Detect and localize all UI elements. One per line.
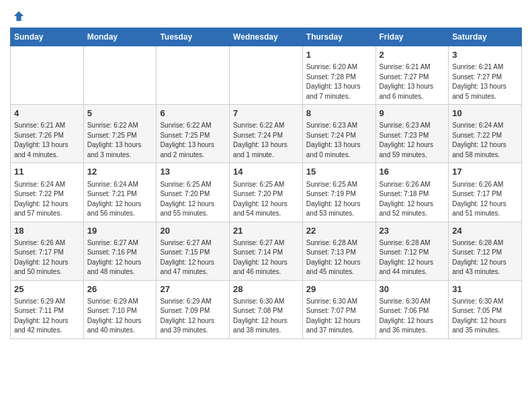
day-info: Sunrise: 6:28 AM Sunset: 7:13 PM Dayligh… bbox=[306, 238, 372, 277]
calendar-cell: 18Sunrise: 6:26 AM Sunset: 7:17 PM Dayli… bbox=[11, 222, 84, 280]
day-number: 23 bbox=[380, 225, 445, 237]
day-number: 24 bbox=[452, 225, 518, 237]
logo-icon bbox=[13, 10, 25, 22]
calendar-cell: 28Sunrise: 6:30 AM Sunset: 7:08 PM Dayli… bbox=[230, 280, 303, 338]
calendar-cell: 9Sunrise: 6:23 AM Sunset: 7:23 PM Daylig… bbox=[375, 105, 449, 163]
day-number: 19 bbox=[87, 225, 153, 237]
calendar-cell: 30Sunrise: 6:30 AM Sunset: 7:06 PM Dayli… bbox=[375, 280, 449, 338]
calendar-cell: 27Sunrise: 6:29 AM Sunset: 7:09 PM Dayli… bbox=[157, 280, 230, 338]
calendar-cell: 12Sunrise: 6:24 AM Sunset: 7:21 PM Dayli… bbox=[83, 163, 157, 222]
calendar-cell: 31Sunrise: 6:30 AM Sunset: 7:05 PM Dayli… bbox=[449, 280, 522, 338]
day-number: 21 bbox=[233, 225, 299, 237]
day-number: 14 bbox=[233, 166, 299, 178]
calendar-cell: 1Sunrise: 6:20 AM Sunset: 7:28 PM Daylig… bbox=[302, 46, 375, 105]
day-number: 1 bbox=[306, 49, 372, 61]
day-header-wednesday: Wednesday bbox=[230, 28, 303, 46]
day-number: 20 bbox=[160, 225, 226, 237]
calendar-cell: 6Sunrise: 6:22 AM Sunset: 7:25 PM Daylig… bbox=[157, 105, 230, 163]
calendar-week-row: 25Sunrise: 6:29 AM Sunset: 7:11 PM Dayli… bbox=[11, 280, 522, 338]
day-number: 11 bbox=[14, 166, 80, 178]
day-number: 3 bbox=[452, 49, 518, 61]
day-number: 12 bbox=[87, 166, 153, 178]
calendar-cell: 29Sunrise: 6:30 AM Sunset: 7:07 PM Dayli… bbox=[302, 280, 375, 338]
calendar-cell: 2Sunrise: 6:21 AM Sunset: 7:27 PM Daylig… bbox=[375, 46, 449, 105]
calendar-week-row: 4Sunrise: 6:21 AM Sunset: 7:26 PM Daylig… bbox=[11, 105, 522, 163]
day-header-monday: Monday bbox=[83, 28, 157, 46]
day-header-friday: Friday bbox=[375, 28, 449, 46]
day-number: 8 bbox=[306, 107, 372, 120]
calendar-cell: 10Sunrise: 6:24 AM Sunset: 7:22 PM Dayli… bbox=[449, 105, 522, 163]
calendar-cell: 26Sunrise: 6:29 AM Sunset: 7:10 PM Dayli… bbox=[83, 280, 157, 338]
calendar-cell: 11Sunrise: 6:24 AM Sunset: 7:22 PM Dayli… bbox=[11, 163, 84, 222]
day-info: Sunrise: 6:27 AM Sunset: 7:16 PM Dayligh… bbox=[87, 238, 153, 277]
calendar-cell: 21Sunrise: 6:27 AM Sunset: 7:14 PM Dayli… bbox=[230, 222, 303, 280]
day-header-sunday: Sunday bbox=[11, 28, 84, 46]
day-info: Sunrise: 6:24 AM Sunset: 7:22 PM Dayligh… bbox=[452, 121, 518, 160]
day-number: 30 bbox=[380, 283, 445, 295]
calendar-week-row: 1Sunrise: 6:20 AM Sunset: 7:28 PM Daylig… bbox=[11, 46, 522, 105]
day-info: Sunrise: 6:20 AM Sunset: 7:28 PM Dayligh… bbox=[306, 62, 372, 101]
day-number: 18 bbox=[14, 225, 80, 237]
page-header bbox=[10, 7, 522, 22]
day-number: 29 bbox=[306, 283, 372, 295]
day-number: 16 bbox=[380, 166, 445, 178]
calendar-cell: 13Sunrise: 6:25 AM Sunset: 7:20 PM Dayli… bbox=[157, 163, 230, 222]
day-number: 22 bbox=[306, 225, 372, 237]
day-number: 9 bbox=[380, 107, 445, 120]
day-info: Sunrise: 6:22 AM Sunset: 7:25 PM Dayligh… bbox=[160, 121, 226, 160]
day-number: 15 bbox=[306, 166, 372, 178]
svg-marker-0 bbox=[14, 11, 24, 21]
day-info: Sunrise: 6:22 AM Sunset: 7:24 PM Dayligh… bbox=[233, 121, 299, 160]
calendar-week-row: 18Sunrise: 6:26 AM Sunset: 7:17 PM Dayli… bbox=[11, 222, 522, 280]
calendar-cell bbox=[230, 46, 303, 105]
day-number: 17 bbox=[452, 166, 518, 178]
day-info: Sunrise: 6:26 AM Sunset: 7:17 PM Dayligh… bbox=[14, 238, 80, 277]
calendar-cell: 25Sunrise: 6:29 AM Sunset: 7:11 PM Dayli… bbox=[11, 280, 84, 338]
day-info: Sunrise: 6:25 AM Sunset: 7:20 PM Dayligh… bbox=[233, 180, 299, 219]
calendar-cell: 16Sunrise: 6:26 AM Sunset: 7:18 PM Dayli… bbox=[375, 163, 449, 222]
day-number: 27 bbox=[160, 283, 226, 295]
day-number: 5 bbox=[87, 107, 153, 120]
calendar-cell: 8Sunrise: 6:23 AM Sunset: 7:24 PM Daylig… bbox=[302, 105, 375, 163]
calendar-body: 1Sunrise: 6:20 AM Sunset: 7:28 PM Daylig… bbox=[11, 46, 522, 339]
day-number: 28 bbox=[233, 283, 299, 295]
day-number: 7 bbox=[233, 107, 299, 120]
calendar-cell: 23Sunrise: 6:28 AM Sunset: 7:12 PM Dayli… bbox=[375, 222, 449, 280]
day-info: Sunrise: 6:25 AM Sunset: 7:19 PM Dayligh… bbox=[306, 180, 372, 219]
day-number: 31 bbox=[452, 283, 518, 295]
logo bbox=[10, 10, 25, 22]
day-number: 2 bbox=[380, 49, 445, 61]
day-info: Sunrise: 6:26 AM Sunset: 7:18 PM Dayligh… bbox=[380, 180, 445, 219]
day-number: 26 bbox=[87, 283, 153, 295]
day-info: Sunrise: 6:23 AM Sunset: 7:24 PM Dayligh… bbox=[306, 121, 372, 160]
day-number: 13 bbox=[160, 166, 226, 178]
day-info: Sunrise: 6:24 AM Sunset: 7:22 PM Dayligh… bbox=[14, 180, 80, 219]
calendar-cell: 4Sunrise: 6:21 AM Sunset: 7:26 PM Daylig… bbox=[11, 105, 84, 163]
day-info: Sunrise: 6:21 AM Sunset: 7:27 PM Dayligh… bbox=[452, 62, 518, 101]
calendar-table: SundayMondayTuesdayWednesdayThursdayFrid… bbox=[10, 28, 522, 339]
day-number: 25 bbox=[14, 283, 80, 295]
day-number: 10 bbox=[452, 107, 518, 120]
day-info: Sunrise: 6:23 AM Sunset: 7:23 PM Dayligh… bbox=[380, 121, 445, 160]
day-info: Sunrise: 6:21 AM Sunset: 7:27 PM Dayligh… bbox=[380, 62, 445, 101]
day-info: Sunrise: 6:30 AM Sunset: 7:06 PM Dayligh… bbox=[380, 297, 445, 336]
day-info: Sunrise: 6:22 AM Sunset: 7:25 PM Dayligh… bbox=[87, 121, 153, 160]
day-info: Sunrise: 6:28 AM Sunset: 7:12 PM Dayligh… bbox=[380, 238, 445, 277]
calendar-cell: 7Sunrise: 6:22 AM Sunset: 7:24 PM Daylig… bbox=[230, 105, 303, 163]
calendar-week-row: 11Sunrise: 6:24 AM Sunset: 7:22 PM Dayli… bbox=[11, 163, 522, 222]
day-info: Sunrise: 6:30 AM Sunset: 7:05 PM Dayligh… bbox=[452, 297, 518, 336]
day-info: Sunrise: 6:21 AM Sunset: 7:26 PM Dayligh… bbox=[14, 121, 80, 160]
day-info: Sunrise: 6:24 AM Sunset: 7:21 PM Dayligh… bbox=[87, 180, 153, 219]
day-info: Sunrise: 6:28 AM Sunset: 7:12 PM Dayligh… bbox=[452, 238, 518, 277]
day-header-saturday: Saturday bbox=[449, 28, 522, 46]
day-info: Sunrise: 6:26 AM Sunset: 7:17 PM Dayligh… bbox=[452, 180, 518, 219]
calendar-cell: 20Sunrise: 6:27 AM Sunset: 7:15 PM Dayli… bbox=[157, 222, 230, 280]
day-info: Sunrise: 6:30 AM Sunset: 7:08 PM Dayligh… bbox=[233, 297, 299, 336]
calendar-cell: 19Sunrise: 6:27 AM Sunset: 7:16 PM Dayli… bbox=[83, 222, 157, 280]
day-header-tuesday: Tuesday bbox=[157, 28, 230, 46]
day-info: Sunrise: 6:30 AM Sunset: 7:07 PM Dayligh… bbox=[306, 297, 372, 336]
calendar-cell: 22Sunrise: 6:28 AM Sunset: 7:13 PM Dayli… bbox=[302, 222, 375, 280]
calendar-cell: 3Sunrise: 6:21 AM Sunset: 7:27 PM Daylig… bbox=[449, 46, 522, 105]
calendar-cell: 15Sunrise: 6:25 AM Sunset: 7:19 PM Dayli… bbox=[302, 163, 375, 222]
day-info: Sunrise: 6:29 AM Sunset: 7:11 PM Dayligh… bbox=[14, 297, 80, 336]
